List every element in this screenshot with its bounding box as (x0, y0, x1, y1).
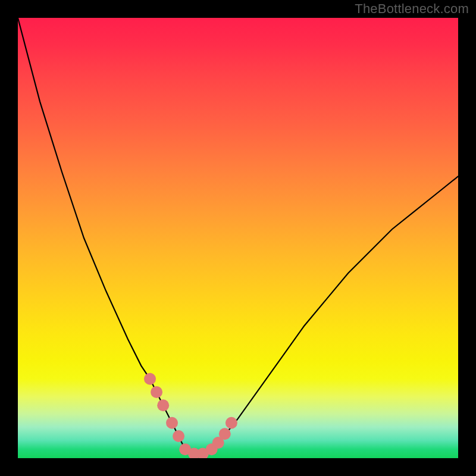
highlight-marker (219, 428, 231, 440)
chart-frame: TheBottleneck.com (0, 0, 476, 476)
highlight-marker (157, 399, 169, 411)
highlight-marker (151, 386, 162, 398)
highlight-marker (226, 417, 237, 429)
highlight-marker (144, 373, 156, 385)
chart-svg (18, 18, 458, 458)
plot-area (18, 18, 458, 458)
highlight-marker-group (144, 373, 237, 458)
highlight-marker (173, 430, 184, 442)
watermark-label: TheBottleneck.com (355, 1, 469, 17)
highlight-marker (166, 417, 178, 429)
bottleneck-curve-path (18, 18, 458, 454)
